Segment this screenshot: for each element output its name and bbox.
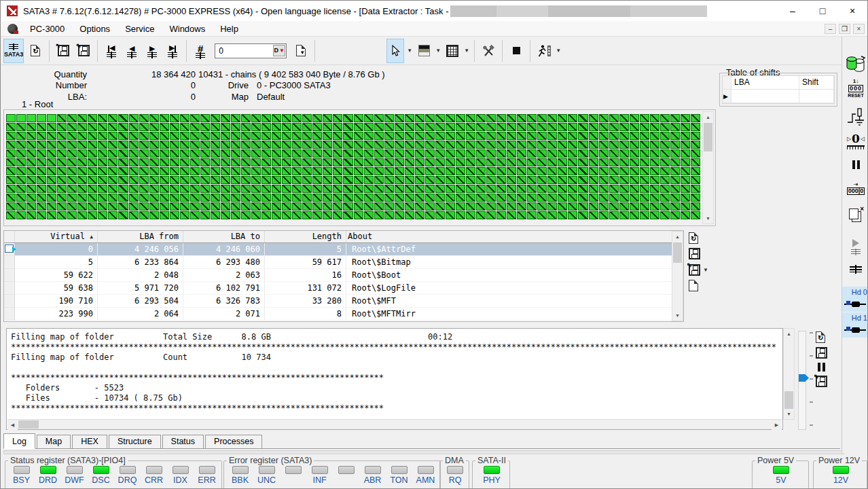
map-cell[interactable] xyxy=(170,141,179,149)
map-cell[interactable] xyxy=(425,167,435,175)
map-cell[interactable] xyxy=(98,185,107,193)
tab-processes[interactable]: Processes xyxy=(205,435,262,448)
map-cell[interactable] xyxy=(57,141,67,149)
map-cell[interactable] xyxy=(405,141,414,149)
map-cell[interactable] xyxy=(589,211,598,219)
map-cell[interactable] xyxy=(527,158,537,166)
map-cell[interactable] xyxy=(364,176,374,184)
map-cell[interactable] xyxy=(26,167,36,175)
map-cell[interactable] xyxy=(149,114,159,122)
map-cell[interactable] xyxy=(619,158,629,166)
map-cell[interactable] xyxy=(312,114,322,122)
map-cell[interactable] xyxy=(446,194,455,202)
map-cell[interactable] xyxy=(241,123,251,131)
map-vertical-scrollbar[interactable]: ▲ ▼ xyxy=(702,111,714,224)
map-cell[interactable] xyxy=(333,167,342,175)
map-cell[interactable] xyxy=(37,211,46,219)
map-cell[interactable] xyxy=(384,176,394,184)
map-cell[interactable] xyxy=(660,194,670,202)
map-cell[interactable] xyxy=(108,141,117,149)
map-cell[interactable] xyxy=(261,123,271,131)
map-cell[interactable] xyxy=(619,149,629,158)
map-cell[interactable] xyxy=(160,158,169,166)
map-cell[interactable] xyxy=(619,141,629,149)
map-cell[interactable] xyxy=(446,211,455,219)
map-cell[interactable] xyxy=(415,132,424,140)
map-cell[interactable] xyxy=(149,194,159,202)
map-cell[interactable] xyxy=(537,185,547,193)
map-cell[interactable] xyxy=(589,176,598,184)
map-cell[interactable] xyxy=(343,202,352,211)
map-cell[interactable] xyxy=(640,123,649,131)
map-cell[interactable] xyxy=(108,123,117,131)
map-cell[interactable] xyxy=(88,149,97,158)
map-cell[interactable] xyxy=(691,132,700,140)
map-cell[interactable] xyxy=(578,123,587,131)
map-cell[interactable] xyxy=(547,202,557,211)
map-cell[interactable] xyxy=(435,167,445,175)
map-cell[interactable] xyxy=(435,132,445,140)
map-cell[interactable] xyxy=(302,123,312,131)
sector-counter-button[interactable]: ⇥ 000|0 xyxy=(842,182,868,195)
map-cell[interactable] xyxy=(180,114,189,122)
map-cell[interactable] xyxy=(670,141,680,149)
map-cell[interactable] xyxy=(374,194,384,202)
map-cell[interactable] xyxy=(507,194,516,202)
map-cell[interactable] xyxy=(589,114,598,122)
map-cell[interactable] xyxy=(486,123,496,131)
map-cell[interactable] xyxy=(537,114,547,122)
scroll-right-icon[interactable]: ▶ xyxy=(772,420,782,430)
map-cell[interactable] xyxy=(251,176,261,184)
map-cell[interactable] xyxy=(180,132,189,140)
map-cell[interactable] xyxy=(578,194,587,202)
map-cell[interactable] xyxy=(292,167,302,175)
map-cell[interactable] xyxy=(160,202,169,211)
map-cell[interactable] xyxy=(496,202,506,211)
save-list-button[interactable] xyxy=(689,248,700,259)
map-cell[interactable] xyxy=(261,114,271,122)
map-cell[interactable] xyxy=(37,132,46,140)
map-cell[interactable] xyxy=(323,194,332,202)
map-cell[interactable] xyxy=(37,176,46,184)
map-cell[interactable] xyxy=(558,211,567,219)
map-cell[interactable] xyxy=(26,185,36,193)
map-cell[interactable] xyxy=(292,176,302,184)
map-cell[interactable] xyxy=(26,176,36,184)
map-cell[interactable] xyxy=(395,123,404,131)
map-cell[interactable] xyxy=(466,167,475,175)
map-cell[interactable] xyxy=(578,176,587,184)
map-cell[interactable] xyxy=(374,167,384,175)
map-cell[interactable] xyxy=(211,211,220,219)
map-cell[interactable] xyxy=(211,185,220,193)
map-cell[interactable] xyxy=(261,211,271,219)
map-cell[interactable] xyxy=(170,185,179,193)
map-cell[interactable] xyxy=(589,158,598,166)
map-cell[interactable] xyxy=(619,176,629,184)
map-cell[interactable] xyxy=(599,167,609,175)
map-cell[interactable] xyxy=(343,141,352,149)
map-cell[interactable] xyxy=(108,185,117,193)
table-row[interactable]: 190 7106 293 5046 326 78333 280Root\$MFT xyxy=(4,295,672,308)
map-cell[interactable] xyxy=(57,132,67,140)
map-cell[interactable] xyxy=(691,123,700,131)
map-cell[interactable] xyxy=(98,176,107,184)
map-cell[interactable] xyxy=(354,185,363,193)
map-cell[interactable] xyxy=(517,194,526,202)
map-cell[interactable] xyxy=(57,202,67,211)
map-cell[interactable] xyxy=(323,114,332,122)
map-cell[interactable] xyxy=(323,211,332,219)
map-cell[interactable] xyxy=(67,202,77,211)
map-cell[interactable] xyxy=(456,185,465,193)
map-cell[interactable] xyxy=(456,194,465,202)
map-cell[interactable] xyxy=(312,149,322,158)
map-cell[interactable] xyxy=(16,141,26,149)
map-cell[interactable] xyxy=(47,141,56,149)
map-cell[interactable] xyxy=(333,211,342,219)
map-cell[interactable] xyxy=(640,114,649,122)
map-cell[interactable] xyxy=(405,176,414,184)
map-cell[interactable] xyxy=(681,185,690,193)
map-cell[interactable] xyxy=(67,149,77,158)
map-cell[interactable] xyxy=(558,167,567,175)
map-cell[interactable] xyxy=(272,211,281,219)
map-cell[interactable] xyxy=(630,132,639,140)
